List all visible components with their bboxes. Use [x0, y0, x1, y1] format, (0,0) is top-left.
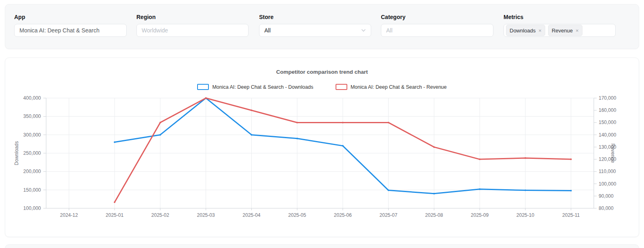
svg-text:200,000: 200,000: [23, 169, 41, 174]
svg-text:160,000: 160,000: [599, 107, 616, 113]
svg-text:90,000: 90,000: [599, 193, 614, 199]
svg-text:100,000: 100,000: [599, 181, 616, 187]
svg-text:170,000: 170,000: [599, 95, 616, 101]
close-icon[interactable]: ×: [576, 28, 579, 33]
region-input[interactable]: [136, 24, 249, 37]
svg-text:Downloads: Downloads: [14, 141, 19, 165]
store-selected-value: All: [264, 27, 271, 34]
svg-text:2025-09: 2025-09: [471, 212, 489, 218]
filter-group-category: Category: [381, 4, 493, 49]
svg-text:2025-06: 2025-06: [334, 212, 352, 218]
svg-text:100,000: 100,000: [23, 205, 41, 211]
svg-text:110,000: 110,000: [599, 169, 616, 174]
app-analytics-page: App Region Store All Category Metrics: [0, 0, 644, 248]
svg-text:2025-02: 2025-02: [151, 212, 169, 218]
svg-text:2025-05: 2025-05: [288, 212, 306, 218]
metric-tag-downloads[interactable]: Downloads ×: [506, 25, 545, 36]
svg-text:2025-07: 2025-07: [380, 212, 397, 218]
filter-group-region: Region: [136, 4, 249, 49]
metrics-label: Metrics: [504, 14, 523, 20]
metrics-multiselect[interactable]: Downloads × Revenue ×: [504, 24, 616, 37]
trend-chart-card: Competitor comparison trend chart Monica…: [5, 58, 639, 237]
svg-text:2024-12: 2024-12: [60, 212, 78, 218]
svg-text:150,000: 150,000: [23, 187, 41, 193]
svg-text:350,000: 350,000: [23, 113, 41, 119]
svg-text:2025-03: 2025-03: [197, 212, 215, 218]
close-icon[interactable]: ×: [538, 28, 542, 33]
trend-chart-canvas[interactable]: 100,000150,000200,000250,000300,000350,0…: [5, 58, 639, 237]
svg-text:140,000: 140,000: [599, 132, 616, 138]
svg-text:Revenue: Revenue: [610, 143, 616, 163]
metric-tag-label: Revenue: [552, 28, 573, 34]
category-input[interactable]: [381, 24, 493, 37]
svg-text:400,000: 400,000: [23, 95, 41, 101]
app-input[interactable]: [14, 24, 127, 37]
next-section-card: [5, 244, 639, 248]
region-label: Region: [136, 14, 155, 20]
svg-text:2025-11: 2025-11: [562, 212, 580, 218]
metric-tag-label: Downloads: [510, 28, 536, 34]
store-select[interactable]: All: [259, 24, 371, 37]
svg-text:2025-10: 2025-10: [516, 212, 534, 218]
filter-bar: App Region Store All Category Metrics: [5, 4, 639, 49]
svg-text:2025-01: 2025-01: [106, 212, 123, 218]
svg-text:80,000: 80,000: [599, 205, 614, 211]
svg-text:2025-04: 2025-04: [242, 212, 260, 218]
filter-group-store: Store All: [259, 4, 371, 49]
store-label: Store: [259, 14, 274, 20]
svg-text:150,000: 150,000: [599, 120, 616, 125]
app-label: App: [14, 14, 25, 20]
svg-text:2025-08: 2025-08: [425, 212, 443, 218]
chevron-down-icon: [361, 29, 366, 32]
filter-group-app: App: [14, 4, 127, 49]
metric-tag-revenue[interactable]: Revenue ×: [548, 25, 582, 36]
svg-text:300,000: 300,000: [23, 132, 41, 138]
category-label: Category: [381, 14, 406, 20]
svg-text:250,000: 250,000: [23, 150, 41, 156]
filter-group-metrics: Metrics Downloads × Revenue ×: [504, 4, 616, 49]
